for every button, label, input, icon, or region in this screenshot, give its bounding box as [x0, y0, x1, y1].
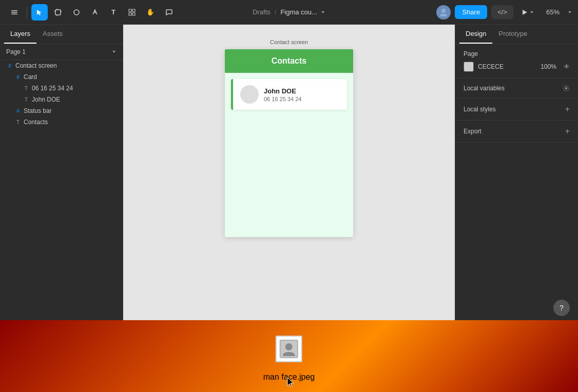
local-styles-title: Local styles [464, 106, 496, 113]
dragging-item: man face.jpeg [263, 336, 315, 382]
page-selector[interactable]: Page 1 [0, 44, 123, 60]
svg-rect-4 [55, 10, 61, 15]
svg-marker-15 [321, 11, 324, 13]
panel-section-page: Page CECECE 100% 👁 [455, 44, 578, 79]
layer-item-phone-number[interactable]: T 06 16 25 34 24 [0, 83, 123, 94]
svg-marker-24 [287, 378, 294, 387]
visibility-toggle-icon[interactable]: 👁 [564, 63, 570, 70]
page-chevron-icon [111, 49, 117, 54]
layer-label-john: John DOE [32, 96, 60, 103]
chevron-down-icon[interactable] [320, 10, 325, 15]
man-face-preview [281, 341, 297, 357]
layers-list: # Contact screen # Card T 06 16 25 34 24… [0, 60, 123, 128]
toolbar: T ✋ Drafts / Figma cou... [0, 0, 578, 25]
tab-assets[interactable]: Assets [36, 25, 69, 44]
layer-item-status-bar[interactable]: # Status bar [0, 105, 123, 116]
hand-tool-button[interactable]: ✋ [142, 4, 159, 21]
frame-tool-button[interactable] [50, 4, 66, 21]
layer-label-contacts: Contacts [24, 119, 48, 126]
sidebar-tabs: Layers Assets [0, 25, 123, 44]
zoom-chevron-icon[interactable] [568, 10, 572, 14]
page-section-header[interactable]: Page [464, 50, 570, 57]
tab-layers[interactable]: Layers [4, 25, 36, 44]
page-color-swatch[interactable] [464, 62, 474, 72]
share-button[interactable]: Share [455, 5, 487, 19]
svg-rect-2 [11, 13, 17, 14]
text-icon-contacts: T [14, 120, 22, 125]
help-button-container: ? [553, 300, 570, 316]
svg-marker-19 [568, 11, 571, 13]
svg-rect-1 [11, 12, 17, 13]
code-icon: </> [497, 8, 507, 16]
layer-item-john-doe[interactable]: T John DOE [0, 94, 123, 105]
local-variables-title: Local variables [464, 85, 505, 92]
phone-header: Contacts [225, 49, 353, 73]
contact-card[interactable]: John DOE 06 16 25 34 24 [231, 79, 347, 110]
panel-section-local-variables: Local variables [455, 79, 578, 99]
comment-tool-button[interactable] [161, 4, 177, 21]
layer-item-contact-screen[interactable]: # Contact screen [0, 60, 123, 71]
text-tool-button[interactable]: T [105, 4, 122, 21]
breadcrumb-parent[interactable]: Drafts [253, 8, 271, 16]
panel-tabs: Design Prototype [455, 25, 578, 44]
dragging-thumbnail [276, 336, 302, 362]
pen-tool-button[interactable] [87, 4, 103, 21]
play-icon [522, 9, 528, 15]
toolbar-left: T ✋ [6, 4, 177, 21]
local-variables-settings-icon[interactable] [563, 85, 570, 92]
svg-point-10 [94, 11, 96, 13]
local-variables-header[interactable]: Local variables [464, 85, 570, 92]
svg-marker-20 [112, 51, 115, 53]
breadcrumb-separator: / [275, 8, 277, 16]
local-styles-header[interactable]: Local styles + [464, 105, 570, 114]
svg-rect-14 [132, 13, 135, 15]
main-menu-button[interactable] [6, 4, 23, 21]
svg-rect-12 [132, 9, 135, 12]
body-row: Layers Assets Page 1 # Contact screen # … [0, 25, 578, 320]
export-header[interactable]: Export + [464, 127, 570, 136]
canvas-area[interactable]: Contact screen Contacts John DOE 06 16 2… [123, 25, 455, 320]
avatar [436, 5, 451, 19]
divider-1 [27, 6, 27, 18]
svg-point-23 [285, 343, 293, 350]
phone-body: John DOE 06 16 25 34 24 [225, 73, 353, 237]
play-button[interactable] [517, 6, 538, 18]
contact-phone: 06 16 25 34 24 [264, 96, 340, 102]
export-add-icon[interactable]: + [565, 127, 570, 136]
panel-section-local-styles: Local styles + [455, 99, 578, 121]
layer-label-status-bar: Status bar [24, 107, 52, 114]
zoom-control[interactable]: 65% [542, 5, 564, 19]
svg-marker-17 [523, 10, 527, 15]
code-button[interactable]: </> [491, 5, 513, 19]
help-button[interactable]: ? [553, 300, 570, 316]
text-icon-phone: T [23, 86, 30, 91]
frame-icon-status-bar: # [14, 108, 22, 114]
svg-rect-0 [11, 10, 17, 11]
thumbnail-inner [280, 340, 298, 358]
layer-item-card[interactable]: # Card [0, 71, 123, 83]
tab-prototype[interactable]: Prototype [492, 25, 533, 44]
taskbar: man face.jpeg [0, 320, 578, 392]
svg-marker-3 [37, 10, 42, 15]
drag-cursor-icon [286, 377, 295, 387]
play-chevron-icon [530, 10, 534, 14]
layer-item-contacts[interactable]: T Contacts [0, 116, 123, 128]
shapes-tool-button[interactable] [68, 4, 85, 21]
components-tool-button[interactable] [124, 4, 140, 21]
text-icon-john: T [23, 97, 30, 103]
local-styles-add-icon[interactable]: + [565, 105, 570, 114]
layer-label-card: Card [24, 73, 37, 81]
contacts-header-text: Contacts [233, 56, 345, 66]
svg-point-9 [74, 10, 79, 15]
right-panel: Design Prototype Page CECECE 100% 👁 Loca… [455, 25, 578, 320]
svg-rect-11 [129, 9, 131, 12]
tab-design[interactable]: Design [459, 25, 492, 44]
page-color-value[interactable]: CECECE [478, 63, 504, 70]
svg-point-21 [565, 87, 567, 89]
move-tool-button[interactable] [31, 4, 48, 21]
file-title[interactable]: Figma cou... [280, 8, 317, 16]
canvas-frame-label: Contact screen [270, 39, 308, 45]
panel-section-export: Export + [455, 121, 578, 143]
page-section-title: Page [464, 50, 478, 57]
page-opacity-value[interactable]: 100% [541, 63, 556, 70]
